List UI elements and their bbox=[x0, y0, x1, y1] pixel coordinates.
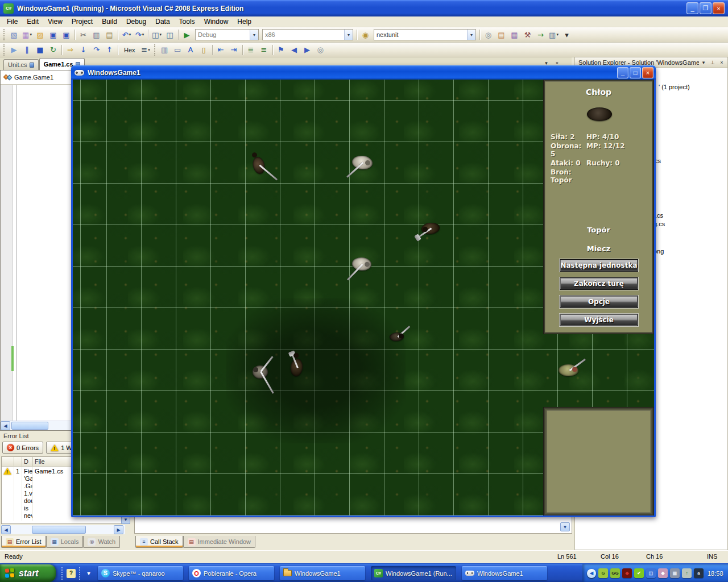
find-folder-icon[interactable]: ◉ bbox=[359, 29, 372, 41]
unit-sprite[interactable] bbox=[253, 365, 268, 379]
unit-sprite[interactable] bbox=[389, 332, 404, 342]
word-completion-icon[interactable]: A bbox=[184, 44, 197, 56]
member-list-icon[interactable]: ▥ bbox=[158, 44, 171, 56]
scrollbar-thumb[interactable] bbox=[32, 526, 86, 534]
red-app-icon[interactable]: ◆ bbox=[622, 568, 632, 578]
taskbar-task-1[interactable]: SSkype™ - qanaroo bbox=[98, 566, 183, 580]
save-all-icon[interactable]: ▣ bbox=[60, 29, 73, 41]
taskbar-task-3[interactable]: WindowsGame1 bbox=[280, 566, 365, 580]
next-unit-button[interactable]: Następna jednostka bbox=[560, 259, 638, 272]
unit-sprite[interactable] bbox=[351, 256, 372, 271]
options-button[interactable]: Opcje bbox=[560, 296, 638, 308]
vs-restore-button[interactable]: ❐ bbox=[700, 2, 712, 14]
navigate-backward-icon[interactable]: ◫▾ bbox=[150, 29, 163, 41]
taskbar-task-5[interactable]: WindowsGame1 bbox=[462, 566, 547, 580]
step-out-icon[interactable]: ↑ bbox=[103, 44, 116, 56]
vs-close-button[interactable]: × bbox=[713, 2, 725, 14]
continue-icon[interactable]: ▶ bbox=[7, 44, 20, 56]
taskbar-task-4[interactable]: C#WindowsGame1 (Run... bbox=[371, 566, 456, 580]
menu-window[interactable]: Window bbox=[200, 16, 233, 27]
weapon-list-item[interactable]: Topór bbox=[545, 226, 652, 234]
unit-sprite[interactable] bbox=[251, 156, 266, 175]
menu-file[interactable]: File bbox=[2, 16, 22, 27]
new-project-icon[interactable]: ▧ bbox=[7, 29, 20, 41]
tab-error-list[interactable]: ▤Error List bbox=[1, 536, 46, 548]
gadu-gadu-gg-icon[interactable]: GG bbox=[610, 568, 620, 578]
menu-data[interactable]: Data bbox=[151, 16, 174, 27]
find-in-files-icon[interactable]: ◎ bbox=[482, 29, 495, 41]
scrollbar-thumb[interactable] bbox=[11, 422, 48, 430]
menu-tools[interactable]: Tools bbox=[175, 16, 200, 27]
toolbar-options-icon[interactable]: ▾ bbox=[560, 29, 573, 41]
toolbox-icon[interactable]: ⚒ bbox=[521, 29, 534, 41]
break-all-icon[interactable]: ‖ bbox=[20, 44, 34, 56]
minimap-panel[interactable] bbox=[544, 408, 653, 516]
uncomment-lines-icon[interactable]: ≡ bbox=[258, 44, 271, 56]
tab-watch[interactable]: ◎Watch bbox=[83, 536, 120, 548]
display-settings-icon[interactable]: ▦ bbox=[670, 568, 680, 578]
quick-launch-grip[interactable] bbox=[79, 567, 81, 580]
game-maximize-button[interactable]: □ bbox=[630, 67, 641, 78]
step-over-icon[interactable]: ↷ bbox=[90, 44, 103, 56]
unit-sprite[interactable] bbox=[289, 357, 303, 376]
start-page-icon[interactable]: → bbox=[534, 29, 547, 41]
paste-icon[interactable]: ▤ bbox=[103, 29, 116, 41]
quick-launch-grip[interactable] bbox=[61, 567, 63, 580]
start-debugging-icon[interactable]: ▶ bbox=[180, 29, 193, 41]
menu-edit[interactable]: Edit bbox=[22, 16, 43, 27]
menu-project[interactable]: Project bbox=[67, 16, 97, 27]
indent-decrease-icon[interactable]: ⇤ bbox=[214, 44, 228, 56]
parameter-info-icon[interactable]: ▭ bbox=[171, 44, 184, 56]
navigate-forward-icon[interactable]: ◫ bbox=[163, 29, 176, 41]
find-symbol-result-icon[interactable]: ◎ bbox=[314, 44, 327, 56]
errors-filter-button[interactable]: x 0 Errors bbox=[2, 442, 43, 454]
quick-info-icon[interactable]: ▯ bbox=[197, 44, 210, 56]
tray-collapse-chevron-icon[interactable]: ◀ bbox=[587, 569, 596, 578]
toolbar-grip[interactable] bbox=[154, 44, 156, 56]
tab-locals[interactable]: ▦Locals bbox=[46, 536, 84, 548]
properties-window-icon[interactable]: ▤ bbox=[495, 29, 508, 41]
game-window[interactable]: WindowsGame1 _ □ × Chłop Siła: 2HP: 4/10… bbox=[71, 65, 656, 517]
game-minimize-button[interactable]: _ bbox=[617, 67, 628, 78]
start-button[interactable]: start bbox=[0, 564, 56, 582]
comment-lines-icon[interactable]: ≣ bbox=[245, 44, 258, 56]
hex-toggle[interactable]: Hex bbox=[120, 45, 139, 55]
redo-icon[interactable]: ↷▾ bbox=[133, 29, 146, 41]
tab-call-stack[interactable]: ≡Call Stack bbox=[135, 536, 183, 548]
chevron-down-icon[interactable]: ▾ bbox=[344, 30, 353, 40]
game-close-button[interactable]: × bbox=[642, 67, 653, 78]
prev-bookmark-icon[interactable]: ◀ bbox=[288, 44, 301, 56]
chevron-down-icon[interactable]: ▾ bbox=[250, 30, 258, 40]
show-next-statement-icon[interactable]: ⇒ bbox=[64, 44, 77, 56]
toggle-bookmark-icon[interactable]: ⚑ bbox=[275, 44, 288, 56]
exit-button[interactable]: Wyjście bbox=[560, 314, 638, 326]
error-col-number-header[interactable] bbox=[14, 457, 22, 466]
scroll-right-arrow-icon[interactable]: ▶ bbox=[114, 525, 123, 534]
scroll-left-arrow-icon[interactable]: ◀ bbox=[1, 421, 10, 430]
menu-debug[interactable]: Debug bbox=[122, 16, 151, 27]
other-windows-icon[interactable]: ▥▾ bbox=[547, 29, 560, 41]
gadu-gadu-icon[interactable]: G bbox=[598, 568, 608, 578]
quick-launch-language-icon[interactable]: ? bbox=[67, 569, 76, 578]
cut-icon[interactable]: ✂ bbox=[77, 29, 90, 41]
taskbar-task-2[interactable]: OPobieranie - Opera bbox=[189, 566, 274, 580]
end-turn-button[interactable]: Zakończ turę bbox=[560, 277, 638, 290]
network-places-icon[interactable]: ◫ bbox=[646, 568, 656, 578]
messenger-app-icon[interactable]: ◆ bbox=[658, 568, 668, 578]
scroll-down-arrow-icon[interactable]: ▼ bbox=[560, 522, 570, 531]
antivirus-check-icon[interactable]: ✔ bbox=[634, 568, 644, 578]
toolbar-grip[interactable] bbox=[3, 44, 6, 56]
unit-sprite[interactable] bbox=[351, 155, 373, 171]
find-combo[interactable]: nextunit▾ bbox=[374, 29, 476, 40]
avast-icon[interactable]: a bbox=[694, 568, 704, 578]
add-new-item-icon[interactable]: ▦▾ bbox=[20, 29, 34, 41]
unit-sprite[interactable] bbox=[421, 222, 440, 235]
undo-icon[interactable]: ↶▾ bbox=[120, 29, 133, 41]
safely-remove-icon[interactable]: ↑ bbox=[682, 568, 692, 578]
battlefield-map[interactable]: Chłop Siła: 2HP: 4/10Obrona: 5MP: 12/12A… bbox=[73, 80, 654, 516]
open-file-icon[interactable]: ▨ bbox=[34, 29, 47, 41]
solution-explorer-close-button[interactable]: × bbox=[717, 59, 726, 67]
error-col-icon-header[interactable] bbox=[2, 457, 14, 466]
solution-configurations-combo[interactable]: Debug▾ bbox=[195, 29, 259, 40]
menu-help[interactable]: Help bbox=[233, 16, 256, 27]
